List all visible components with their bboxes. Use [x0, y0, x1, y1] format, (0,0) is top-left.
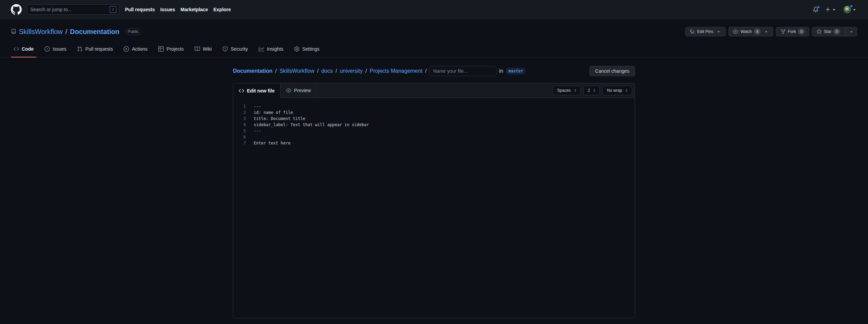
indent-mode-value: Spaces [557, 88, 571, 93]
edit-pins-button[interactable]: Edit Pins [685, 27, 726, 36]
repo-owner-link[interactable]: SkillsWorkflow [19, 27, 63, 37]
watch-button[interactable]: Watch 4 [728, 27, 773, 36]
repo-actions: Edit Pins Watch 4 Fork 0 [685, 27, 857, 36]
breadcrumb-repo-link[interactable]: Documentation [233, 68, 272, 74]
nav-link-explore[interactable]: Explore [213, 7, 231, 12]
line-content: title: Document title [246, 116, 305, 122]
chevron-down-icon [831, 7, 837, 12]
tab-preview[interactable]: Preview [281, 83, 317, 98]
editor-header: Edit new file Preview Spaces 2 [233, 83, 635, 98]
edit-pins-label: Edit Pins [697, 29, 713, 34]
up-down-arrows-icon [624, 88, 629, 93]
fork-count: 0 [798, 29, 805, 35]
tab-label: Wiki [203, 46, 212, 52]
shield-icon [222, 46, 228, 52]
git-pull-request-icon [77, 46, 83, 52]
tab-settings[interactable]: Settings [289, 41, 325, 57]
tab-pull-requests[interactable]: Pull requests [72, 41, 118, 57]
breadcrumb-separator: / [425, 68, 427, 74]
nav-link-issues[interactable]: Issues [160, 7, 175, 12]
repo-title: SkillsWorkflow / Documentation Public [11, 27, 141, 37]
cancel-changes-button[interactable]: Cancel changes [590, 66, 635, 76]
breadcrumb-separator: / [365, 68, 367, 74]
triangle-down-icon [849, 29, 854, 34]
tab-label: Insights [267, 46, 283, 52]
up-down-arrows-icon [592, 88, 597, 93]
up-down-arrows-icon [573, 88, 578, 93]
breadcrumb-segment[interactable]: university [340, 68, 363, 74]
visibility-badge: Public [125, 28, 142, 35]
breadcrumb-segment[interactable]: SkillsWorkflow [279, 68, 314, 74]
play-icon [124, 46, 129, 52]
navbar-links: Pull requests Issues Marketplace Explore [125, 7, 231, 12]
line-number: 6 [233, 134, 246, 140]
user-menu-button[interactable] [844, 6, 857, 13]
tab-label: Issues [53, 46, 66, 52]
slash-shortcut-key: / [110, 6, 116, 13]
breadcrumb-separator: / [317, 68, 319, 74]
repo-header: SkillsWorkflow / Documentation Public Ed… [0, 19, 868, 37]
fork-label: Fork [788, 29, 796, 34]
branch-badge: master [506, 68, 525, 74]
tab-edit-new-file[interactable]: Edit new file [233, 83, 281, 98]
github-logo-icon[interactable] [11, 4, 22, 15]
navbar-right [813, 6, 857, 13]
nav-link-pull-requests[interactable]: Pull requests [125, 7, 155, 12]
star-icon [816, 29, 822, 34]
filename-input[interactable] [430, 66, 496, 76]
code-editor-textarea[interactable]: 1 --- 2 id: name of file 3 title: Docume… [233, 98, 635, 318]
breadcrumb: Documentation / SkillsWorkflow / docs / … [233, 66, 635, 76]
tab-insights[interactable]: Insights [253, 41, 289, 57]
tab-issues[interactable]: Issues [39, 41, 72, 57]
star-dropdown-button[interactable] [846, 27, 857, 36]
code-line: 4 sidebar_label: Text that will appear i… [233, 122, 635, 128]
code-line: 6 [233, 134, 635, 140]
repo-name-link[interactable]: Documentation [70, 27, 120, 37]
indent-size-select[interactable]: 2 [583, 86, 600, 95]
tab-wiki[interactable]: Wiki [189, 41, 217, 57]
tab-security[interactable]: Security [217, 41, 253, 57]
pin-icon [690, 29, 695, 34]
create-new-button[interactable] [825, 7, 837, 12]
code-icon [239, 88, 244, 93]
code-line: 1 --- [233, 103, 635, 109]
watch-label: Watch [740, 29, 752, 34]
code-icon [14, 46, 19, 52]
repo-icon [11, 29, 16, 34]
line-number: 7 [233, 140, 246, 146]
tab-label: Code [22, 46, 34, 52]
avatar-notification-dot [850, 4, 853, 8]
breadcrumb-separator: / [336, 68, 337, 74]
file-editor: Edit new file Preview Spaces 2 [233, 83, 635, 318]
notifications-bell-icon[interactable] [813, 7, 818, 12]
tab-projects[interactable]: Projects [153, 41, 189, 57]
breadcrumb-segment[interactable]: docs [321, 68, 333, 74]
line-number: 4 [233, 122, 246, 128]
code-line: 2 id: name of file [233, 109, 635, 116]
tab-label: Projects [166, 46, 184, 52]
wrap-mode-select[interactable]: No wrap [602, 86, 632, 95]
top-navbar: Search or jump to... / Pull requests Iss… [0, 0, 868, 19]
plus-icon [825, 7, 831, 12]
preview-tab-label: Preview [294, 88, 311, 93]
table-icon [158, 46, 164, 52]
nav-link-marketplace[interactable]: Marketplace [181, 7, 208, 12]
tab-code[interactable]: Code [8, 41, 39, 57]
search-placeholder: Search or jump to... [30, 7, 72, 12]
breadcrumb-separator: / [275, 68, 276, 74]
star-button[interactable]: Star 0 [812, 27, 857, 36]
breadcrumb-segment[interactable]: Projects Management [369, 68, 422, 74]
tab-actions[interactable]: Actions [118, 41, 153, 57]
line-number: 5 [233, 128, 246, 134]
watch-count: 4 [754, 29, 761, 35]
fork-button[interactable]: Fork 0 [776, 27, 809, 36]
eye-icon [286, 88, 291, 93]
search-input[interactable]: Search or jump to... / [27, 4, 120, 15]
code-line: 5 --- [233, 128, 635, 134]
indent-mode-select[interactable]: Spaces [553, 86, 581, 95]
tab-label: Actions [132, 46, 147, 52]
star-label: Star [824, 29, 831, 34]
line-content: --- [246, 103, 261, 109]
line-number: 1 [233, 103, 246, 109]
graph-icon [259, 46, 264, 52]
